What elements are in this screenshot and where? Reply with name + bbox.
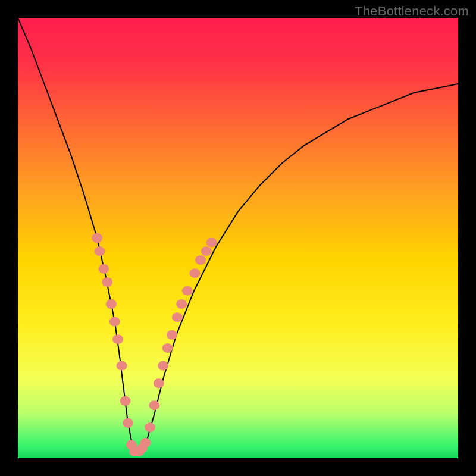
data-marker xyxy=(201,246,212,256)
data-marker xyxy=(149,400,159,410)
curve-layer xyxy=(18,18,458,458)
data-marker xyxy=(120,396,131,406)
data-marker xyxy=(162,343,173,353)
marker-group xyxy=(92,233,217,456)
data-marker xyxy=(158,361,168,371)
watermark-text: TheBottleneck.com xyxy=(355,4,469,19)
chart-frame: TheBottleneck.com xyxy=(0,0,476,476)
data-marker xyxy=(190,268,201,278)
data-marker xyxy=(140,438,151,447)
data-marker xyxy=(102,277,112,287)
data-marker xyxy=(172,312,183,322)
data-marker xyxy=(145,422,155,432)
data-marker xyxy=(206,237,217,247)
data-marker xyxy=(117,361,127,371)
data-marker xyxy=(109,317,120,327)
data-marker xyxy=(195,255,206,265)
plot-area xyxy=(18,18,458,458)
data-marker xyxy=(106,299,117,309)
data-marker xyxy=(123,418,133,428)
bottleneck-curve xyxy=(18,18,458,454)
data-marker xyxy=(98,264,109,274)
data-marker xyxy=(176,299,187,309)
data-marker xyxy=(182,286,193,296)
data-marker xyxy=(167,330,177,340)
data-marker xyxy=(92,233,102,243)
data-marker xyxy=(112,334,123,344)
data-marker xyxy=(95,246,105,256)
data-marker xyxy=(154,378,164,388)
